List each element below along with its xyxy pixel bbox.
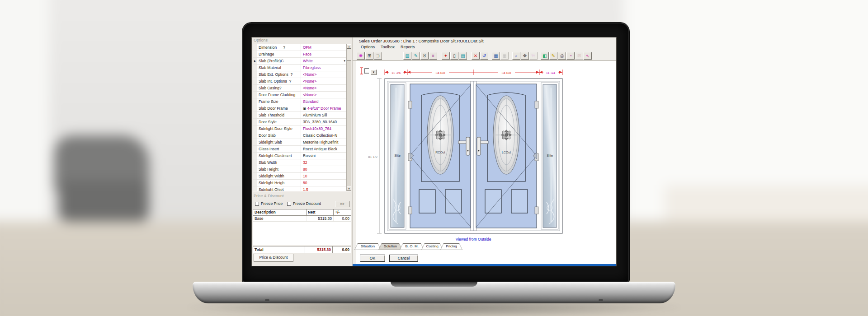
delete-icon[interactable]: ✕ [472,52,480,60]
option-row[interactable]: ▶Slab (Profile)CWhite▾ [253,58,346,65]
option-value[interactable]: Flush10x80_764 [301,125,346,132]
design-pane: Sales Order J005508 : Line 1 : Composite… [352,37,616,266]
options-scrollbar[interactable]: ▲ ▼ [346,44,351,191]
scroll-down-icon[interactable]: ▼ [347,186,351,191]
option-value[interactable]: 3PA_3280_80-1640 [301,119,346,125]
option-value[interactable]: 10 [301,173,346,179]
option-value-text: 10 [303,174,307,178]
option-row[interactable]: Sidelight SlabMesonite HighDefinit [253,139,346,146]
panel-alt-icon[interactable]: ▤ [459,52,467,60]
grid-layout-icon[interactable]: ⊞ [365,52,373,60]
print-icon[interactable]: ⎙ [558,52,566,60]
hardware-icon[interactable]: 8 [420,52,429,60]
undo-icon[interactable]: ↺ [480,52,488,60]
report-chart-icon[interactable]: ◔ [566,52,575,60]
annotate-pencil-icon[interactable]: ✎ [549,52,557,60]
option-value[interactable]: Rozet Antique Black [301,146,346,152]
price-row[interactable]: Base5315.300.00 [253,216,351,222]
option-row[interactable]: Door Frame Cladding<None> [253,92,346,98]
option-value-text: Face [303,52,311,56]
option-row[interactable]: Sidelight GlasInsertRossini [253,153,346,159]
option-value[interactable]: Fibreglass [301,65,346,71]
option-value[interactable]: <None> [301,71,346,78]
tab-situation[interactable]: Situation [354,243,381,250]
design-options-icon[interactable]: ✺ [357,52,365,60]
option-row[interactable]: Dimension ?OFM [253,44,346,51]
freeze-price-checkbox[interactable] [255,202,259,206]
double-door-icon[interactable]: ▥ [403,52,411,60]
option-row[interactable]: Slab Casing?<None> [253,85,346,92]
menu-reports[interactable]: Reports [401,45,415,49]
scrollbar-thumb[interactable] [347,49,351,60]
options-list-icon[interactable]: ≡ [429,52,437,60]
chair-seat [59,181,149,221]
option-row[interactable]: Sidelight Width10 [253,173,346,180]
option-value[interactable]: <None> [301,78,346,84]
option-label: Sidelight Heigh [257,180,301,186]
tab-label: Costing [422,244,443,248]
add-item-icon[interactable]: ✦ [442,52,450,60]
tab-b-o-m-[interactable]: B. O. M. [400,243,424,250]
option-row[interactable]: DrainageFace [253,51,346,58]
dropdown-arrow-icon[interactable]: ▾ [344,58,345,64]
option-row[interactable]: Frame SizeStandard [253,98,346,105]
option-value[interactable]: 80 [301,180,346,186]
option-row[interactable]: Slab Int. Options ?<None> [253,78,346,85]
option-value[interactable]: Rossini [301,153,346,159]
options-table[interactable]: Dimension ?OFMDrainageFace▶Slab (Profile… [253,44,351,191]
option-value[interactable]: 1.5 [301,186,346,191]
option-row[interactable]: Door Style3PA_3280_80-1640 [253,119,346,125]
tab-solution[interactable]: Solution [378,243,403,250]
option-value-text: 80 [303,181,307,185]
option-row[interactable]: Slab Width32 [253,159,346,166]
option-value[interactable]: Aluminium Sill [301,112,346,118]
option-value[interactable]: Face [301,51,346,57]
ok-button[interactable]: OK [360,255,385,262]
option-value[interactable]: Standard [301,98,346,105]
option-value-text: Fibreglass [303,65,321,70]
sketch-pencil-icon[interactable]: ✎ [412,52,420,60]
option-value[interactable]: OFM [301,44,346,51]
option-row[interactable]: Sidelight Heigh80 [253,180,346,186]
option-label: Sidelight Door Style [257,125,301,132]
option-value[interactable]: ▣4-9/16" Door Frame [301,105,346,112]
option-value-text: Mesonite HighDefinit [303,140,338,144]
option-value[interactable]: <None> [301,85,346,91]
option-value[interactable]: Mesonite HighDefinit [301,139,346,145]
door-position-icon[interactable]: ⊐ [374,52,382,60]
fill-color-icon[interactable]: ◧ [541,52,549,60]
panel-icon[interactable]: ▯ [450,52,458,60]
option-row[interactable]: Sidelight Door StyleFlush10x80_764 [253,125,346,132]
option-row[interactable]: Slab Height80 [253,166,346,173]
menu-toolbox[interactable]: Toolbox [381,45,395,49]
freeze-discount-checkbox[interactable] [287,202,291,206]
option-row[interactable]: Slab Ext. Options ?<None> [253,71,346,78]
expand-button[interactable]: >> [335,201,349,207]
scroll-up-icon[interactable]: ▲ [347,44,351,49]
tab-costing[interactable]: Costing [421,243,443,250]
option-value[interactable]: Classic Collection-N [301,132,346,139]
option-value[interactable]: 32 [301,159,346,166]
pan-icon[interactable]: ✥ [521,52,529,60]
option-label: Slab Door Frame [257,105,301,112]
option-row[interactable]: Slab ThresholdAluminium Sill [253,112,346,119]
option-label: Sidelight Width [257,173,301,179]
option-row[interactable]: Door SlabClassic Collection-N [253,132,346,139]
option-row-marker [253,173,257,179]
profile-curve-icon[interactable]: ∿ [584,52,592,60]
menu-options[interactable]: Options [361,45,375,49]
option-value[interactable]: <None> [301,92,346,98]
tab-pricing[interactable]: Pricing [440,243,462,250]
grid-table-icon[interactable]: ▦ [492,52,500,60]
option-value[interactable]: White▾ [301,58,346,64]
cancel-button[interactable]: Cancel [389,255,418,262]
option-row-marker [253,159,257,166]
option-row[interactable]: Slab Door Frame▣4-9/16" Door Frame [253,105,346,112]
option-row[interactable]: Slab MaterialFibreglass [253,65,346,71]
option-value[interactable]: 80 [301,166,346,172]
door-design-drawing[interactable]: 11 3/4 34 0/0 34 0/0 11 3/4 81 1/2 [363,64,571,244]
option-row[interactable]: Sidelight Ofset1.5 [253,186,346,191]
option-row[interactable]: Glass InsertRozet Antique Black [253,146,346,153]
zoom-icon[interactable]: ⌕ [512,52,520,60]
tab-price-discount[interactable]: Price & Discount [254,254,293,262]
